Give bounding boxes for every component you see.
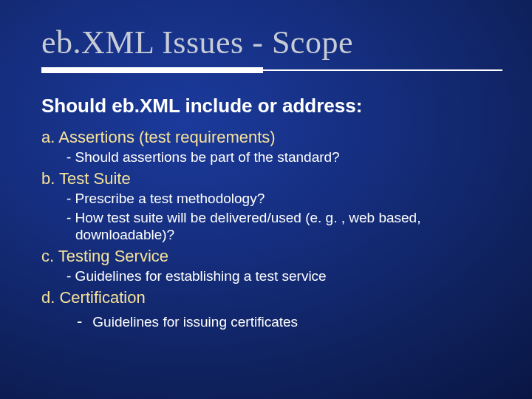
title-underline — [41, 67, 502, 73]
item-c: c. Testing Service — [41, 247, 495, 266]
item-d-sub-text: Guidelines for issuing certificates — [92, 314, 298, 330]
title-block: eb.XML Issues - Scope — [41, 24, 502, 73]
item-a: a. Assertions (test requirements) — [41, 128, 495, 147]
item-b: b. Test Suite — [41, 169, 495, 188]
underline-thin — [263, 69, 502, 71]
item-d: d. Certification — [41, 288, 495, 307]
item-b-sub-1: - Prescribe a test methodology? — [66, 190, 495, 208]
slide-title: eb.XML Issues - Scope — [41, 24, 502, 61]
body-heading: Should eb.XML include or address: — [41, 95, 495, 117]
item-d-sub-1: -Guidelines for issuing certificates — [66, 312, 495, 331]
item-c-sub-1: - Guidelines for establishing a test ser… — [66, 267, 495, 285]
underline-thick — [41, 67, 263, 73]
slide-body: Should eb.XML include or address: a. Ass… — [41, 95, 495, 332]
item-a-sub-1: - Should assertions be part of the stand… — [66, 149, 495, 166]
item-b-sub-2: - How test suite will be delivered/used … — [66, 209, 495, 245]
slide: eb.XML Issues - Scope Should eb.XML incl… — [0, 0, 532, 399]
dash-icon: - — [77, 312, 82, 331]
